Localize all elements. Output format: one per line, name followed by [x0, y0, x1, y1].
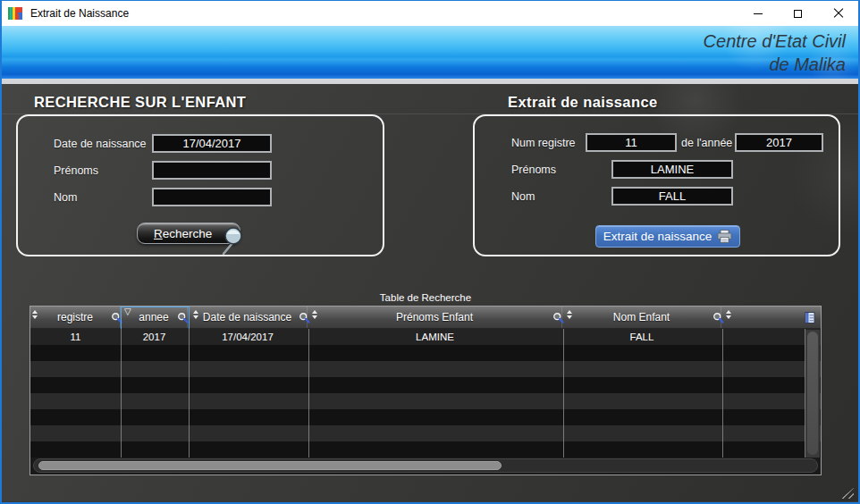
cell-registre[interactable]: 11: [30, 329, 121, 345]
close-icon: [833, 8, 844, 19]
column-header-nom-enfant[interactable]: Nom Enfant: [562, 307, 721, 328]
column-header-prenoms-enfant[interactable]: Prénoms Enfant: [308, 307, 562, 328]
sort-icon: [567, 310, 572, 319]
column-header-date-naissance[interactable]: Date de naissance: [188, 307, 308, 328]
main-content: RECHERCHE SUR L'ENFANT Extrait de naissa…: [2, 84, 858, 501]
recherche-button-label-rest: echerche: [163, 227, 213, 240]
extract-prenoms-label: Prénoms: [511, 164, 556, 176]
resize-grip[interactable]: [841, 488, 854, 499]
num-registre-label: Num registre: [511, 137, 576, 149]
vertical-scrollbar[interactable]: [805, 330, 820, 458]
extract-panel: Num registre de l'année Prénoms Nom Extr…: [473, 114, 840, 256]
annee-label: de l'année: [681, 137, 732, 149]
search-icon[interactable]: [712, 312, 724, 323]
sort-icon: [32, 310, 38, 319]
column-header-registre[interactable]: registre: [30, 307, 121, 328]
empty-row: [30, 361, 821, 377]
table-caption: Table de Recherche: [30, 292, 822, 303]
results-table: registre annee Date de naissance Prénoms…: [30, 306, 822, 475]
cell-nom-enfant[interactable]: FALL: [562, 329, 721, 345]
date-naissance-label: Date de naissance: [54, 138, 147, 150]
table-row[interactable]: 11 2017 17/04/2017 LAMINE FALL: [30, 329, 821, 345]
annee-input[interactable]: [735, 133, 823, 152]
search-icon[interactable]: [299, 312, 310, 323]
search-prenoms-label: Prénoms: [54, 164, 98, 177]
search-panel: Date de naissance Prénoms Nom Recherche: [16, 114, 384, 256]
horizontal-scrollbar-thumb[interactable]: [38, 461, 502, 470]
window-controls: [738, 1, 858, 26]
magnifier-icon: [218, 225, 245, 256]
search-icon[interactable]: [177, 312, 189, 323]
empty-row: [30, 441, 821, 458]
search-nom-label: Nom: [54, 191, 77, 204]
table-body: 11 2017 17/04/2017 LAMINE FALL: [30, 329, 821, 458]
empty-row: [30, 377, 821, 393]
search-icon[interactable]: [111, 312, 122, 323]
cell-prenoms-enfant[interactable]: LAMINE: [308, 329, 562, 345]
sort-icon: [193, 310, 198, 319]
extract-prenoms-input[interactable]: [611, 160, 733, 179]
filter-dropdown-icon[interactable]: [124, 307, 131, 316]
banner: Centre d'Etat Civil de Malika: [2, 26, 858, 79]
column-divider: [189, 329, 190, 458]
column-divider: [722, 329, 723, 458]
column-divider: [308, 329, 309, 458]
table-header: registre annee Date de naissance Prénoms…: [30, 307, 821, 329]
search-panel-title: RECHERCHE SUR L'ENFANT: [34, 94, 246, 111]
recherche-button-label-initial: R: [154, 227, 163, 240]
search-icon[interactable]: [552, 312, 564, 323]
close-button[interactable]: [818, 1, 858, 26]
org-name-line2: de Malika: [2, 53, 846, 76]
horizontal-scrollbar[interactable]: [33, 458, 818, 473]
sort-icon: [312, 310, 317, 319]
empty-row: [30, 425, 821, 441]
extrait-button-label: Extrait de naissance: [603, 230, 712, 243]
date-naissance-input[interactable]: [152, 134, 272, 153]
app-window: Extrait de Naissance Centre d'Etat Civil…: [0, 0, 860, 504]
printer-icon: [717, 230, 732, 243]
delete-table-icon[interactable]: [805, 312, 815, 323]
org-name-line1: Centre d'Etat Civil: [2, 29, 846, 53]
column-divider: [563, 329, 564, 458]
column-divider: [121, 329, 122, 458]
extract-nom-label: Nom: [511, 190, 535, 203]
minimize-button[interactable]: [738, 1, 778, 26]
search-prenoms-input[interactable]: [152, 161, 272, 180]
maximize-button[interactable]: [778, 1, 818, 26]
window-title: Extrait de Naissance: [30, 7, 129, 20]
empty-row: [30, 393, 821, 409]
extract-panel-title: Extrait de naissance: [508, 94, 658, 111]
empty-row: [30, 345, 821, 361]
recherche-button[interactable]: Recherche: [137, 223, 240, 244]
titlebar: Extrait de Naissance: [2, 1, 858, 26]
sort-icon: [726, 310, 731, 319]
cell-date-naissance[interactable]: 17/04/2017: [188, 329, 308, 345]
num-registre-input[interactable]: [586, 133, 677, 152]
extract-nom-input[interactable]: [611, 187, 733, 206]
app-icon: [8, 6, 22, 21]
extrait-naissance-button[interactable]: Extrait de naissance: [595, 225, 740, 248]
search-nom-input[interactable]: [152, 188, 272, 206]
minimize-icon: [754, 13, 763, 14]
maximize-icon: [794, 10, 802, 18]
vertical-scrollbar-thumb[interactable]: [807, 332, 818, 455]
empty-row: [30, 409, 821, 425]
cell-annee[interactable]: 2017: [121, 329, 188, 345]
